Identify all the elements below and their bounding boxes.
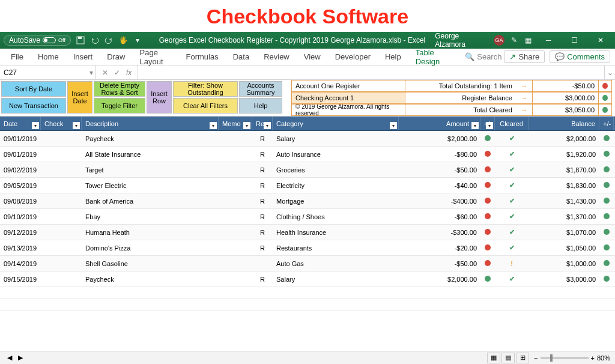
- search-box[interactable]: 🔍 Search: [465, 52, 501, 61]
- expand-formula-icon[interactable]: ⌄: [604, 65, 615, 79]
- clear-filters-button[interactable]: Clear All Filters: [173, 98, 238, 114]
- col-description[interactable]: Description▾: [82, 117, 219, 130]
- cell-description[interactable]: Humana Heath: [82, 229, 219, 236]
- sheet-nav-prev[interactable]: ◀: [5, 354, 14, 362]
- account-name-cell[interactable]: Checking Account 1: [291, 92, 405, 104]
- cell-date[interactable]: 09/10/2019: [0, 213, 41, 220]
- filter-icon[interactable]: ▾: [486, 122, 493, 129]
- cell-description[interactable]: All State Insurance: [82, 151, 219, 158]
- cell-rec[interactable]: R: [252, 229, 273, 236]
- cell-description[interactable]: Shell Gasoline: [82, 260, 219, 267]
- cell-category[interactable]: Salary: [273, 135, 399, 142]
- cell-description[interactable]: Paycheck: [82, 135, 219, 142]
- cell-date[interactable]: 09/15/2019: [0, 276, 41, 283]
- cell-date[interactable]: 09/14/2019: [0, 260, 41, 267]
- formula-input[interactable]: [138, 65, 604, 79]
- save-icon[interactable]: [76, 35, 85, 45]
- cell-rec[interactable]: R: [252, 276, 273, 283]
- tab-review[interactable]: Review: [258, 50, 295, 64]
- filter-outstanding-button[interactable]: Filter: Show Outstanding: [173, 81, 238, 97]
- col-rec[interactable]: Rec▾: [252, 117, 273, 130]
- tab-file[interactable]: File: [5, 50, 29, 64]
- cell-category[interactable]: Groceries: [273, 166, 399, 174]
- zoom-slider[interactable]: [541, 357, 589, 359]
- tab-home[interactable]: Home: [32, 50, 65, 64]
- filter-icon[interactable]: ▾: [471, 122, 479, 129]
- table-row[interactable]: 09/15/2019PaycheckRSalary$2,000.00✔$3,00…: [0, 271, 615, 287]
- cell-description[interactable]: Tower Electric: [82, 182, 219, 189]
- table-row[interactable]: 09/01/2019All State InsuranceRAuto Insur…: [0, 147, 615, 162]
- sort-by-date-button[interactable]: Sort By Date: [1, 81, 66, 97]
- cell-balance[interactable]: $1,370.00: [529, 213, 599, 220]
- cell-amount[interactable]: $2,000.00: [399, 135, 480, 142]
- cell-category[interactable]: Health Insurance: [273, 229, 399, 236]
- accounts-summary-button[interactable]: Accounts Summary: [239, 81, 282, 97]
- cell-description[interactable]: Ebay: [82, 213, 219, 220]
- fx-icon[interactable]: fx: [126, 68, 132, 77]
- touch-icon[interactable]: 🖐: [118, 35, 128, 45]
- filter-icon[interactable]: ▾: [32, 122, 39, 129]
- cell-rec[interactable]: R: [252, 244, 273, 252]
- cell-category[interactable]: Mortgage: [273, 198, 399, 205]
- col-memo[interactable]: Memo▾: [219, 117, 252, 130]
- cell-amount[interactable]: -$40.00: [399, 182, 480, 189]
- cell-amount[interactable]: -$300.00: [399, 229, 480, 236]
- cell-cleared[interactable]: ✔: [495, 275, 529, 283]
- cell-category[interactable]: Restaurants: [273, 244, 399, 252]
- cell-cleared[interactable]: ✔: [495, 244, 529, 252]
- col-date[interactable]: Date▾: [0, 117, 41, 130]
- cell-amount[interactable]: -$20.00: [399, 244, 480, 252]
- cell-category[interactable]: Clothing / Shoes: [273, 213, 399, 220]
- cell-rec[interactable]: R: [252, 166, 273, 174]
- autosave-toggle[interactable]: AutoSave Off: [4, 35, 71, 46]
- zoom-in-button[interactable]: +: [591, 354, 595, 362]
- cell-date[interactable]: 09/05/2019: [0, 182, 41, 189]
- tab-table-design[interactable]: Table Design: [410, 46, 455, 68]
- tab-insert[interactable]: Insert: [67, 50, 99, 64]
- table-row[interactable]: 09/05/2019Tower ElectricRElectricity-$40…: [0, 178, 615, 193]
- delete-empty-rows-button[interactable]: Delete Empty Rows & Sort: [94, 81, 145, 97]
- new-transaction-button[interactable]: New Transaction: [1, 98, 66, 114]
- cell-date[interactable]: 09/13/2019: [0, 244, 41, 252]
- cell-date[interactable]: 09/08/2019: [0, 198, 41, 205]
- filter-icon[interactable]: ▾: [210, 122, 217, 129]
- table-row[interactable]: 09/10/2019EbayRClothing / Shoes-$60.00✔$…: [0, 209, 615, 225]
- cell-amount[interactable]: -$400.00: [399, 198, 480, 205]
- display-options-icon[interactable]: ▦: [524, 35, 533, 45]
- table-row[interactable]: 09/14/2019Shell GasolineAuto Gas-$50.00!…: [0, 256, 615, 271]
- cell-balance[interactable]: $1,920.00: [529, 151, 599, 158]
- zoom-level[interactable]: 80%: [597, 354, 610, 362]
- cell-date[interactable]: 09/02/2019: [0, 166, 41, 174]
- col-balance[interactable]: Balance: [529, 117, 599, 130]
- cell-category[interactable]: Auto Gas: [273, 260, 399, 267]
- cell-balance[interactable]: $1,830.00: [529, 182, 599, 189]
- cell-rec[interactable]: R: [252, 198, 273, 205]
- cell-rec[interactable]: R: [252, 135, 273, 142]
- cell-category[interactable]: Salary: [273, 276, 399, 283]
- cell-date[interactable]: 09/01/2019: [0, 151, 41, 158]
- col-amount[interactable]: Amount▾: [399, 117, 480, 130]
- filter-icon[interactable]: ▾: [243, 122, 250, 129]
- cell-amount[interactable]: $2,000.00: [399, 276, 480, 283]
- table-row[interactable]: 09/02/2019TargetRGroceries-$50.00✔$1,870…: [0, 162, 615, 178]
- tab-draw[interactable]: Draw: [101, 50, 131, 64]
- toggle-filter-button[interactable]: Toggle Filter: [94, 98, 145, 114]
- enter-formula-icon[interactable]: ✓: [114, 68, 120, 77]
- table-row[interactable]: 09/08/2019Bank of AmericaRMortgage-$400.…: [0, 193, 615, 209]
- cell-date[interactable]: 09/12/2019: [0, 229, 41, 236]
- col-check[interactable]: Check▾: [41, 117, 82, 130]
- cancel-formula-icon[interactable]: ✕: [102, 68, 108, 77]
- table-row[interactable]: 09/01/2019PaycheckRSalary$2,000.00✔$2,00…: [0, 131, 615, 147]
- cell-rec[interactable]: R: [252, 213, 273, 220]
- table-body[interactable]: 09/01/2019PaycheckRSalary$2,000.00✔$2,00…: [0, 131, 615, 311]
- sheet-nav-next[interactable]: ▶: [16, 354, 25, 362]
- chevron-down-icon[interactable]: ▾: [89, 68, 93, 77]
- cell-amount[interactable]: -$60.00: [399, 213, 480, 220]
- table-row[interactable]: 09/13/2019Domino's PizzaRRestaurants-$20…: [0, 240, 615, 256]
- blank-row[interactable]: [0, 287, 615, 299]
- cell-balance[interactable]: $1,430.00: [529, 198, 599, 205]
- col-category[interactable]: Category▾: [273, 117, 399, 130]
- cell-cleared[interactable]: ✔: [495, 228, 529, 236]
- comments-button[interactable]: 💬Comments: [550, 50, 610, 63]
- col-plus-minus[interactable]: +/-▾: [480, 117, 495, 130]
